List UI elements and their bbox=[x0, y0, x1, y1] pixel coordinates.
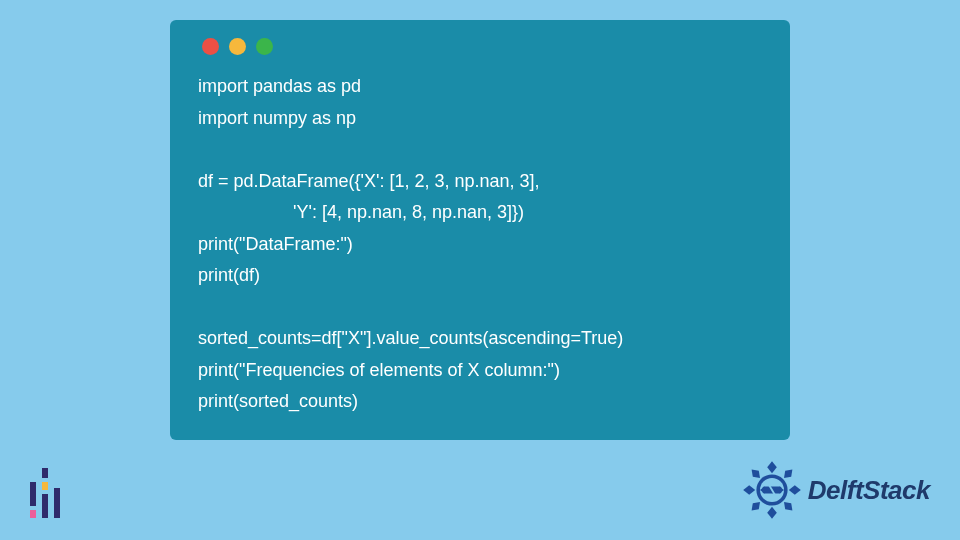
brand-logo: DelftStack bbox=[742, 460, 930, 520]
code-content: import pandas as pd import numpy as np d… bbox=[198, 71, 762, 418]
window-controls bbox=[198, 38, 762, 55]
delftstack-gear-icon bbox=[742, 460, 802, 520]
svg-marker-3 bbox=[789, 485, 801, 495]
svg-marker-7 bbox=[784, 502, 792, 510]
brand-name: DelftStack bbox=[808, 475, 930, 506]
left-logo-icon bbox=[30, 470, 74, 518]
svg-marker-2 bbox=[743, 485, 755, 495]
svg-marker-0 bbox=[767, 461, 777, 473]
maximize-icon bbox=[256, 38, 273, 55]
svg-marker-5 bbox=[784, 470, 792, 478]
svg-marker-1 bbox=[767, 507, 777, 519]
close-icon bbox=[202, 38, 219, 55]
code-window: import pandas as pd import numpy as np d… bbox=[170, 20, 790, 440]
svg-marker-6 bbox=[751, 502, 759, 510]
minimize-icon bbox=[229, 38, 246, 55]
svg-marker-4 bbox=[751, 470, 759, 478]
